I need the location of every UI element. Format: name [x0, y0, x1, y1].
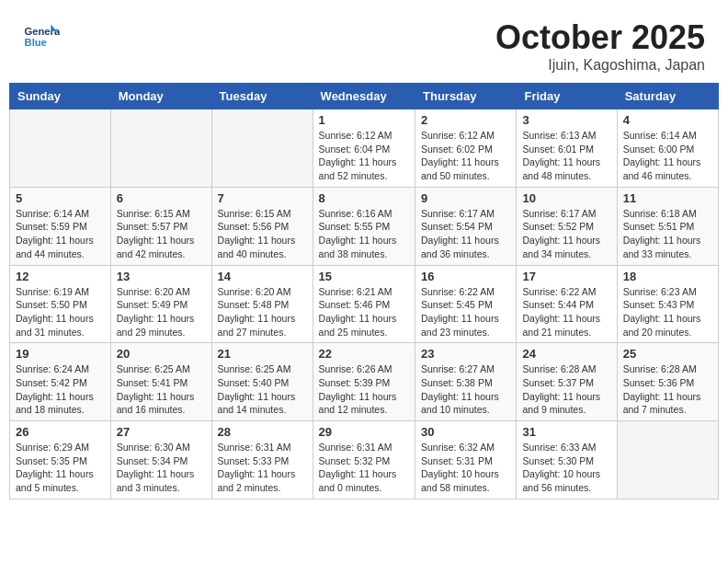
- day-number: 2: [421, 113, 510, 127]
- calendar-day-17: 17Sunrise: 6:22 AM Sunset: 5:44 PM Dayli…: [517, 265, 617, 343]
- weekday-header-wednesday: Wednesday: [313, 84, 415, 109]
- calendar-day-empty: [617, 421, 718, 500]
- calendar-week-row: 26Sunrise: 6:29 AM Sunset: 5:35 PM Dayli…: [10, 421, 719, 500]
- day-number: 3: [522, 113, 610, 127]
- weekday-header-thursday: Thursday: [415, 84, 517, 109]
- calendar-day-empty: [110, 109, 211, 188]
- calendar-day-15: 15Sunrise: 6:21 AM Sunset: 5:46 PM Dayli…: [313, 265, 415, 343]
- calendar-day-empty: [211, 109, 313, 188]
- day-number: 28: [218, 425, 307, 439]
- calendar-week-row: 1Sunrise: 6:12 AM Sunset: 6:04 PM Daylig…: [10, 109, 719, 188]
- header: General Blue October 2025 Ijuin, Kagoshi…: [9, 9, 719, 78]
- calendar-day-12: 12Sunrise: 6:19 AM Sunset: 5:50 PM Dayli…: [10, 265, 111, 343]
- day-number: 8: [319, 191, 409, 205]
- day-info: Sunrise: 6:23 AM Sunset: 5:43 PM Dayligh…: [623, 285, 712, 339]
- day-info: Sunrise: 6:20 AM Sunset: 5:48 PM Dayligh…: [218, 285, 307, 339]
- day-info: Sunrise: 6:29 AM Sunset: 5:35 PM Dayligh…: [16, 441, 105, 495]
- day-info: Sunrise: 6:28 AM Sunset: 5:36 PM Dayligh…: [623, 362, 712, 417]
- day-info: Sunrise: 6:12 AM Sunset: 6:02 PM Dayligh…: [421, 129, 510, 183]
- weekday-header-saturday: Saturday: [617, 84, 718, 109]
- calendar-day-11: 11Sunrise: 6:18 AM Sunset: 5:51 PM Dayli…: [617, 187, 718, 265]
- day-info: Sunrise: 6:13 AM Sunset: 6:01 PM Dayligh…: [522, 129, 610, 183]
- weekday-header-row: SundayMondayTuesdayWednesdayThursdayFrid…: [10, 84, 719, 109]
- day-info: Sunrise: 6:24 AM Sunset: 5:42 PM Dayligh…: [16, 362, 105, 417]
- day-number: 22: [319, 347, 409, 361]
- day-info: Sunrise: 6:14 AM Sunset: 6:00 PM Dayligh…: [623, 129, 712, 183]
- location-title: Ijuin, Kagoshima, Japan: [495, 57, 705, 74]
- day-number: 14: [218, 270, 307, 283]
- day-info: Sunrise: 6:18 AM Sunset: 5:51 PM Dayligh…: [623, 207, 712, 261]
- day-number: 5: [16, 191, 105, 205]
- calendar-day-27: 27Sunrise: 6:30 AM Sunset: 5:34 PM Dayli…: [110, 421, 211, 500]
- logo-icon: General Blue: [23, 18, 60, 55]
- calendar-week-row: 5Sunrise: 6:14 AM Sunset: 5:59 PM Daylig…: [10, 187, 719, 265]
- calendar-day-10: 10Sunrise: 6:17 AM Sunset: 5:52 PM Dayli…: [517, 187, 617, 265]
- day-info: Sunrise: 6:14 AM Sunset: 5:59 PM Dayligh…: [16, 207, 105, 261]
- calendar-day-empty: [10, 109, 111, 188]
- day-number: 9: [421, 191, 510, 205]
- weekday-header-friday: Friday: [517, 84, 617, 109]
- day-info: Sunrise: 6:15 AM Sunset: 5:56 PM Dayligh…: [218, 207, 307, 261]
- day-number: 17: [522, 270, 610, 283]
- calendar-day-20: 20Sunrise: 6:25 AM Sunset: 5:41 PM Dayli…: [110, 343, 211, 421]
- day-info: Sunrise: 6:21 AM Sunset: 5:46 PM Dayligh…: [319, 285, 409, 339]
- day-number: 16: [421, 270, 510, 283]
- calendar-day-24: 24Sunrise: 6:28 AM Sunset: 5:37 PM Dayli…: [517, 343, 617, 421]
- weekday-header-sunday: Sunday: [10, 84, 111, 109]
- calendar-day-31: 31Sunrise: 6:33 AM Sunset: 5:30 PM Dayli…: [517, 421, 617, 500]
- calendar-week-row: 12Sunrise: 6:19 AM Sunset: 5:50 PM Dayli…: [10, 265, 719, 343]
- day-info: Sunrise: 6:17 AM Sunset: 5:54 PM Dayligh…: [421, 207, 510, 261]
- day-number: 20: [117, 347, 206, 361]
- day-number: 10: [522, 191, 610, 205]
- day-number: 6: [117, 191, 206, 205]
- day-info: Sunrise: 6:27 AM Sunset: 5:38 PM Dayligh…: [421, 362, 510, 417]
- day-number: 27: [117, 425, 206, 439]
- day-info: Sunrise: 6:20 AM Sunset: 5:49 PM Dayligh…: [117, 285, 206, 339]
- calendar-day-13: 13Sunrise: 6:20 AM Sunset: 5:49 PM Dayli…: [110, 265, 211, 343]
- day-info: Sunrise: 6:30 AM Sunset: 5:34 PM Dayligh…: [117, 441, 206, 495]
- calendar-day-30: 30Sunrise: 6:32 AM Sunset: 5:31 PM Dayli…: [415, 421, 517, 500]
- calendar-week-row: 19Sunrise: 6:24 AM Sunset: 5:42 PM Dayli…: [10, 343, 719, 421]
- day-info: Sunrise: 6:22 AM Sunset: 5:45 PM Dayligh…: [421, 285, 510, 339]
- day-number: 15: [319, 270, 409, 283]
- day-info: Sunrise: 6:31 AM Sunset: 5:32 PM Dayligh…: [319, 441, 409, 495]
- calendar-day-29: 29Sunrise: 6:31 AM Sunset: 5:32 PM Dayli…: [313, 421, 415, 500]
- day-number: 31: [522, 425, 610, 439]
- day-info: Sunrise: 6:25 AM Sunset: 5:40 PM Dayligh…: [218, 362, 307, 417]
- calendar-table: SundayMondayTuesdayWednesdayThursdayFrid…: [9, 83, 719, 500]
- calendar-day-14: 14Sunrise: 6:20 AM Sunset: 5:48 PM Dayli…: [211, 265, 313, 343]
- svg-text:Blue: Blue: [25, 37, 47, 48]
- day-number: 4: [623, 113, 712, 127]
- day-info: Sunrise: 6:26 AM Sunset: 5:39 PM Dayligh…: [319, 362, 409, 417]
- calendar-day-5: 5Sunrise: 6:14 AM Sunset: 5:59 PM Daylig…: [10, 187, 111, 265]
- day-info: Sunrise: 6:17 AM Sunset: 5:52 PM Dayligh…: [522, 207, 610, 261]
- day-number: 1: [319, 113, 409, 127]
- logo: General Blue: [23, 18, 63, 55]
- day-info: Sunrise: 6:19 AM Sunset: 5:50 PM Dayligh…: [16, 285, 105, 339]
- day-number: 21: [218, 347, 307, 361]
- day-info: Sunrise: 6:16 AM Sunset: 5:55 PM Dayligh…: [319, 207, 409, 261]
- day-number: 23: [421, 347, 510, 361]
- calendar-day-4: 4Sunrise: 6:14 AM Sunset: 6:00 PM Daylig…: [617, 109, 718, 188]
- day-info: Sunrise: 6:32 AM Sunset: 5:31 PM Dayligh…: [421, 441, 510, 495]
- calendar-day-22: 22Sunrise: 6:26 AM Sunset: 5:39 PM Dayli…: [313, 343, 415, 421]
- calendar-day-25: 25Sunrise: 6:28 AM Sunset: 5:36 PM Dayli…: [617, 343, 718, 421]
- calendar-day-19: 19Sunrise: 6:24 AM Sunset: 5:42 PM Dayli…: [10, 343, 111, 421]
- calendar-day-8: 8Sunrise: 6:16 AM Sunset: 5:55 PM Daylig…: [313, 187, 415, 265]
- calendar-day-28: 28Sunrise: 6:31 AM Sunset: 5:33 PM Dayli…: [211, 421, 313, 500]
- day-number: 26: [16, 425, 105, 439]
- day-number: 24: [522, 347, 610, 361]
- calendar-day-16: 16Sunrise: 6:22 AM Sunset: 5:45 PM Dayli…: [415, 265, 517, 343]
- day-number: 29: [319, 425, 409, 439]
- day-info: Sunrise: 6:28 AM Sunset: 5:37 PM Dayligh…: [522, 362, 610, 417]
- weekday-header-tuesday: Tuesday: [211, 84, 313, 109]
- calendar-day-9: 9Sunrise: 6:17 AM Sunset: 5:54 PM Daylig…: [415, 187, 517, 265]
- day-number: 11: [623, 191, 712, 205]
- calendar-day-23: 23Sunrise: 6:27 AM Sunset: 5:38 PM Dayli…: [415, 343, 517, 421]
- calendar-day-26: 26Sunrise: 6:29 AM Sunset: 5:35 PM Dayli…: [10, 421, 111, 500]
- calendar-day-3: 3Sunrise: 6:13 AM Sunset: 6:01 PM Daylig…: [517, 109, 617, 188]
- day-info: Sunrise: 6:25 AM Sunset: 5:41 PM Dayligh…: [117, 362, 206, 417]
- weekday-header-monday: Monday: [110, 84, 211, 109]
- day-info: Sunrise: 6:22 AM Sunset: 5:44 PM Dayligh…: [522, 285, 610, 339]
- calendar-day-1: 1Sunrise: 6:12 AM Sunset: 6:04 PM Daylig…: [313, 109, 415, 188]
